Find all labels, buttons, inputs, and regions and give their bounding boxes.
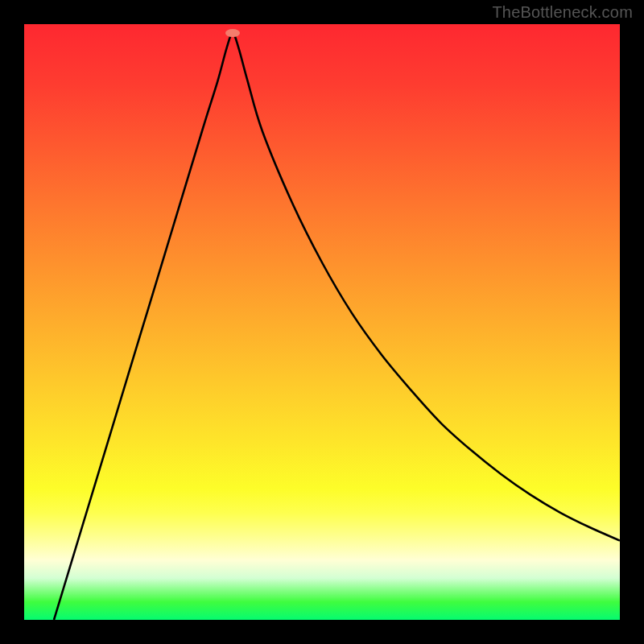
plot-area xyxy=(24,24,620,620)
bottleneck-chart xyxy=(24,24,620,620)
gradient-background xyxy=(24,24,620,620)
chart-container: TheBottleneck.com xyxy=(0,0,644,644)
watermark-text: TheBottleneck.com xyxy=(492,3,633,22)
optimum-marker xyxy=(225,29,240,37)
